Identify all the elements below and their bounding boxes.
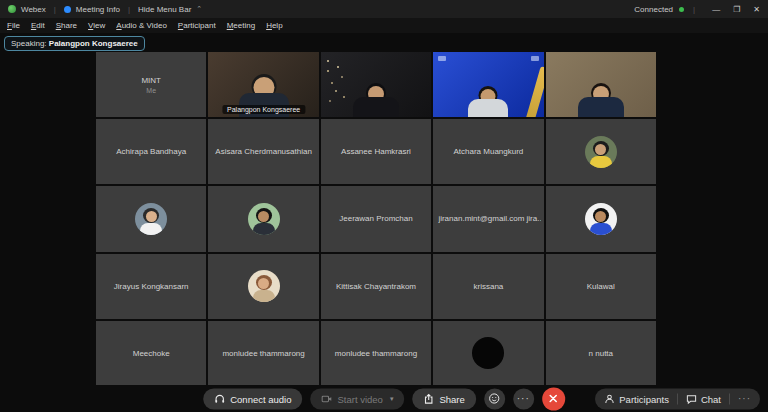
participant-tile[interactable]: [96, 186, 206, 251]
avatar: [248, 203, 280, 235]
participant-tile[interactable]: [546, 52, 656, 117]
meeting-info-button[interactable]: Meeting Info: [76, 5, 120, 14]
participant-name: n nutta: [586, 349, 616, 358]
participant-tile[interactable]: [208, 254, 318, 319]
video-feed: [321, 52, 431, 117]
participants-button[interactable]: Participants: [604, 393, 669, 404]
participant-name: Assanee Hamkrasri: [338, 147, 414, 156]
menu-item-help[interactable]: Help: [266, 21, 282, 30]
divider: [729, 393, 730, 404]
participant-tile[interactable]: [546, 119, 656, 184]
minimize-button[interactable]: —: [712, 5, 720, 14]
speaking-name: Palangpon Kongsaeree: [49, 39, 138, 48]
participant-tile[interactable]: Achirapa Bandhaya: [96, 119, 206, 184]
separator: |: [54, 5, 56, 14]
close-button[interactable]: ✕: [753, 5, 760, 14]
participant-tile[interactable]: MINTMe: [96, 52, 206, 117]
participant-tile[interactable]: n nutta: [546, 321, 656, 386]
webex-logo-icon: [8, 5, 16, 13]
menu-item-file[interactable]: File: [7, 21, 20, 30]
share-label: Share: [439, 393, 464, 404]
camera-icon: [321, 393, 332, 404]
headset-icon: [214, 393, 225, 404]
more-panels-button[interactable]: ···: [738, 394, 751, 404]
separator: |: [693, 5, 695, 14]
chat-button[interactable]: Chat: [686, 393, 721, 404]
avatar: [585, 203, 617, 235]
participants-label: Participants: [619, 393, 669, 404]
participant-tile[interactable]: Palangpon Kongsaeree: [208, 52, 318, 117]
participant-name: Atchara Muangkurd: [450, 147, 526, 156]
smiley-icon: [488, 393, 500, 405]
window-lights: [327, 60, 329, 62]
menu-bar: FileEditShareViewAudio & VideoParticipan…: [0, 18, 768, 33]
ellipsis-icon: ···: [517, 394, 530, 404]
participant-tile[interactable]: Jeerawan Promchan: [321, 186, 431, 251]
app-title: Webex: [21, 5, 46, 14]
start-video-button[interactable]: Start video ▾: [310, 388, 404, 409]
participant-tile[interactable]: Asisara Cherdmanusathian: [208, 119, 318, 184]
speaking-prefix: Speaking:: [11, 39, 47, 48]
background-logo: [438, 56, 446, 61]
maximize-button[interactable]: ❐: [733, 5, 740, 14]
video-feed: Palangpon Kongsaeree: [208, 52, 318, 117]
participant-name: Meechoke: [130, 349, 173, 358]
leave-meeting-button[interactable]: [542, 387, 565, 410]
participant-sub-label: Me: [146, 87, 156, 94]
participant-tile[interactable]: Atchara Muangkurd: [433, 119, 543, 184]
connect-audio-label: Connect audio: [230, 393, 291, 404]
close-x-icon: [548, 394, 558, 404]
reactions-button[interactable]: [484, 388, 505, 409]
participant-name: jiranan.mint@gmail.com jira...: [435, 214, 541, 223]
participant-name-label: Palangpon Kongsaeree: [222, 105, 305, 114]
participant-tile[interactable]: Kulawal: [546, 254, 656, 319]
participant-tile[interactable]: jiranan.mint@gmail.com jira...: [433, 186, 543, 251]
participant-name: monludee thammarong: [332, 349, 420, 358]
video-feed: [433, 52, 543, 117]
more-options-button[interactable]: ···: [513, 388, 534, 409]
participant-name: Achirapa Bandhaya: [113, 147, 189, 156]
divider: [677, 393, 678, 404]
menu-item-audio-video[interactable]: Audio & Video: [116, 21, 167, 30]
menu-item-participant[interactable]: Participant: [178, 21, 216, 30]
avatar: [248, 270, 280, 302]
menu-item-edit[interactable]: Edit: [31, 21, 45, 30]
person-silhouette: [571, 71, 631, 117]
participant-tile[interactable]: monludee thammarong: [208, 321, 318, 386]
participant-name: Asisara Cherdmanusathian: [212, 147, 315, 156]
meeting-info-icon: [64, 6, 71, 13]
menu-item-share[interactable]: Share: [56, 21, 77, 30]
participant-name: Kittisak Chayantrakom: [333, 282, 419, 291]
connect-audio-button[interactable]: Connect audio: [203, 388, 302, 409]
video-feed: [546, 52, 656, 117]
background-ribbon: [521, 66, 543, 117]
background-logo: [531, 56, 539, 61]
menu-item-meeting[interactable]: Meeting: [227, 21, 255, 30]
webex-meeting-window: Webex | Meeting Info | Hide Menu Bar ⌃ C…: [0, 0, 768, 412]
participant-tile[interactable]: Jirayus Kongkansarn: [96, 254, 206, 319]
start-video-label: Start video: [337, 393, 382, 404]
share-icon: [423, 393, 434, 404]
participant-name: MINT: [138, 76, 164, 85]
participant-tile[interactable]: [208, 186, 318, 251]
participant-tile[interactable]: Assanee Hamkrasri: [321, 119, 431, 184]
participant-tile[interactable]: [321, 52, 431, 117]
participant-tile[interactable]: monludee thammarong: [321, 321, 431, 386]
participant-tile[interactable]: krissana: [433, 254, 543, 319]
share-button[interactable]: Share: [412, 388, 475, 409]
participant-tile[interactable]: [546, 186, 656, 251]
participant-name: monludee thammarong: [219, 349, 307, 358]
chat-label: Chat: [701, 393, 721, 404]
participant-tile[interactable]: Meechoke: [96, 321, 206, 386]
participant-name: Kulawal: [584, 282, 618, 291]
connection-status: Connected: [634, 5, 673, 14]
participant-tile[interactable]: [433, 52, 543, 117]
menu-item-view[interactable]: View: [88, 21, 105, 30]
ellipsis-icon: ···: [738, 394, 751, 404]
active-speaker-badge: Speaking: Palangpon Kongsaeree: [4, 36, 145, 51]
participant-tile[interactable]: Kittisak Chayantrakom: [321, 254, 431, 319]
connected-dot-icon: [679, 7, 684, 12]
hide-menu-bar-button[interactable]: Hide Menu Bar: [138, 5, 191, 14]
participant-tile[interactable]: [433, 321, 543, 386]
avatar: [472, 337, 504, 369]
